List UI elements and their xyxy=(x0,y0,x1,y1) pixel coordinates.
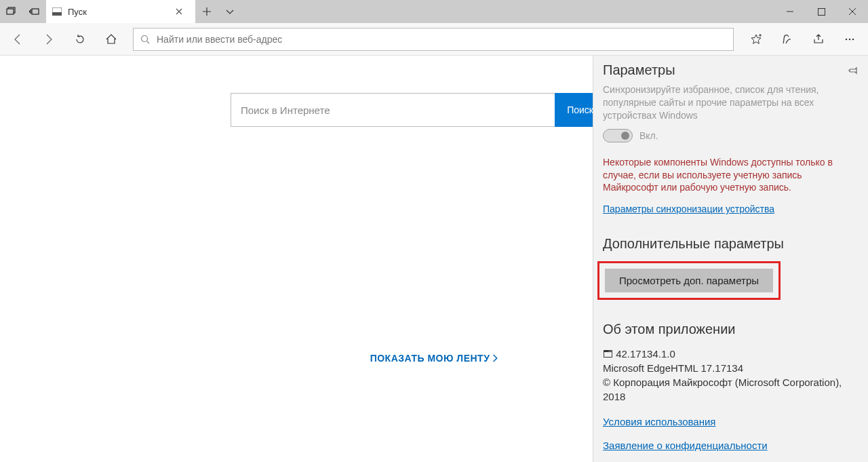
svg-rect-2 xyxy=(32,9,39,14)
about-engine: Microsoft EdgeHTML 17.17134 xyxy=(603,361,859,375)
flyout-title: Параметры xyxy=(603,62,675,78)
sync-settings-link[interactable]: Параметры синхронизации устройства xyxy=(603,204,774,214)
view-advanced-button[interactable]: Просмотреть доп. параметры xyxy=(605,269,773,292)
refresh-button[interactable] xyxy=(65,23,95,56)
about-heading: Об этом приложении xyxy=(603,322,859,337)
sync-toggle[interactable] xyxy=(603,129,633,142)
svg-point-9 xyxy=(852,38,854,39)
terms-link[interactable]: Условия использования xyxy=(603,415,859,429)
account-warning: Некоторые компоненты Windows доступны то… xyxy=(603,156,859,195)
highlight-box: Просмотреть доп. параметры xyxy=(597,261,781,300)
svg-rect-1 xyxy=(7,9,14,14)
back-button[interactable] xyxy=(3,23,33,56)
tab-menu-button[interactable] xyxy=(218,0,241,23)
tab-title: Пуск xyxy=(68,7,87,17)
new-tab-button[interactable] xyxy=(195,0,218,23)
tab-favicon-icon xyxy=(52,6,62,17)
favorites-button[interactable] xyxy=(741,23,772,56)
share-button[interactable] xyxy=(803,23,834,56)
close-window-button[interactable] xyxy=(837,0,868,23)
set-aside-tabs-button[interactable] xyxy=(23,0,46,23)
sync-toggle-label: Вкл. xyxy=(639,130,658,141)
address-bar[interactable] xyxy=(133,28,734,51)
show-feed-label: ПОКАЗАТЬ МОЮ ЛЕНТУ xyxy=(370,353,490,364)
show-feed-link[interactable]: ПОКАЗАТЬ МОЮ ЛЕНТУ xyxy=(370,353,498,364)
minimize-button[interactable] xyxy=(774,0,806,23)
advanced-heading: Дополнительные параметры xyxy=(603,236,859,252)
browser-tab[interactable]: Пуск xyxy=(46,0,195,23)
home-button[interactable] xyxy=(96,23,126,56)
search-icon xyxy=(140,35,150,44)
reading-list-button[interactable] xyxy=(772,23,803,56)
about-version: 🗔 42.17134.1.0 xyxy=(603,347,859,361)
tab-preview-button[interactable] xyxy=(0,0,23,23)
privacy-link[interactable]: Заявление о конфиденциальности xyxy=(603,438,859,453)
web-search-input[interactable] xyxy=(231,93,555,127)
nav-toolbar xyxy=(0,23,868,56)
more-button[interactable] xyxy=(834,23,865,56)
tab-close-button[interactable] xyxy=(170,2,189,21)
svg-point-8 xyxy=(849,38,850,39)
pin-button[interactable] xyxy=(848,65,859,76)
svg-rect-4 xyxy=(52,12,62,16)
settings-flyout: Параметры Синхронизируйте избранное, спи… xyxy=(593,56,868,462)
address-input[interactable] xyxy=(157,34,726,45)
maximize-button[interactable] xyxy=(806,0,837,23)
svg-point-7 xyxy=(846,38,847,39)
window-titlebar: Пуск xyxy=(0,0,868,23)
forward-button[interactable] xyxy=(34,23,64,56)
svg-point-6 xyxy=(142,35,148,41)
chevron-right-icon xyxy=(492,354,498,362)
svg-rect-5 xyxy=(818,8,825,15)
about-copyright: © Корпорация Майкрософт (Microsoft Corpo… xyxy=(603,375,859,404)
sync-description: Синхронизируйте избранное, список для чт… xyxy=(603,83,859,122)
